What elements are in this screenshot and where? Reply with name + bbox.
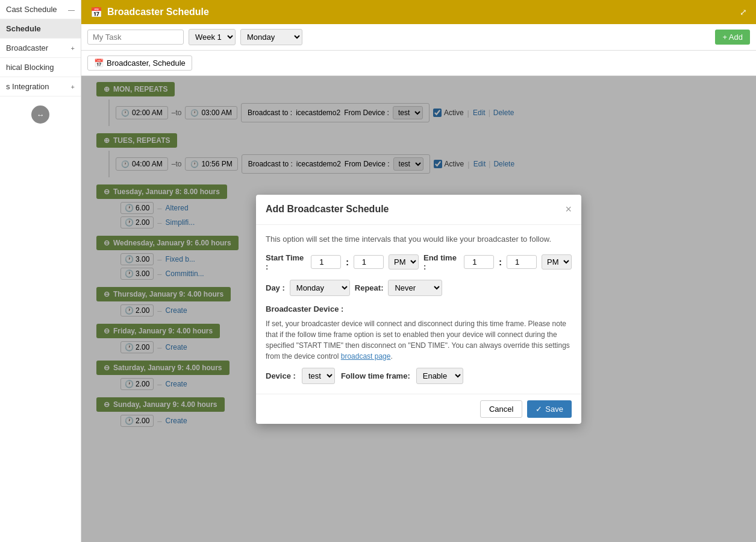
save-check-icon: ✓ bbox=[536, 405, 542, 414]
modal-header: Add Broadcaster Schedule × bbox=[256, 195, 581, 225]
save-button[interactable]: ✓ Save bbox=[527, 400, 572, 418]
modal-title: Add Broadcaster Schedule bbox=[266, 204, 389, 215]
broadcast-page-link[interactable]: broadcast page bbox=[341, 352, 391, 361]
modal-body: This option will set the time intervals … bbox=[256, 225, 581, 394]
breadcrumb-bar: 📅 Broadcaster, Schedule bbox=[81, 51, 756, 76]
end-ampm-select[interactable]: PM AM bbox=[542, 254, 572, 269]
repeat-label: Repeat: bbox=[355, 283, 384, 292]
time-colon: : bbox=[346, 257, 349, 267]
sidebar-item-schedule[interactable]: Schedule bbox=[0, 19, 81, 39]
start-minute-input[interactable] bbox=[354, 255, 384, 269]
minus-icon: — bbox=[68, 6, 75, 13]
modal-close-button[interactable]: × bbox=[565, 203, 572, 216]
add-broadcaster-schedule-modal: Add Broadcaster Schedule × This option w… bbox=[256, 195, 581, 424]
device-section-title: Broadcaster Device : bbox=[266, 304, 572, 314]
repeat-select[interactable]: Never Daily Weekly Monthly bbox=[388, 280, 442, 296]
device-description: If set, your broadcaster device will con… bbox=[266, 318, 572, 362]
week-select[interactable]: Week 1 Week 2 Week 3 Week 4 bbox=[189, 29, 236, 45]
sidebar-toggle-button[interactable]: ↔ bbox=[31, 106, 49, 124]
device-label: Device : bbox=[266, 371, 296, 380]
sidebar: Cast Schedule — Schedule Broadcaster + h… bbox=[0, 0, 81, 542]
modal-footer: Cancel ✓ Save bbox=[256, 394, 581, 424]
sidebar-item-label: s Integration bbox=[6, 82, 49, 91]
start-time-label: Start Time : bbox=[266, 253, 306, 271]
follow-time-select[interactable]: Enable Disable bbox=[416, 368, 463, 384]
sidebar-item-blocking[interactable]: hical Blocking bbox=[0, 58, 81, 77]
sidebar-item-label: Broadcaster bbox=[6, 43, 48, 52]
device-select-modal[interactable]: test bbox=[302, 368, 335, 384]
sidebar-item-broadcaster[interactable]: Broadcaster + bbox=[0, 39, 81, 58]
breadcrumb-calendar-icon: 📅 bbox=[94, 58, 104, 68]
calendar-icon: 📅 bbox=[90, 7, 102, 18]
sidebar-item-label: Schedule bbox=[6, 24, 41, 33]
end-minute-input[interactable] bbox=[507, 255, 537, 269]
sidebar-item-integration[interactable]: s Integration + bbox=[0, 77, 81, 96]
day-label: Day : bbox=[266, 283, 285, 292]
end-time-label: End time : bbox=[423, 253, 459, 271]
page-title: Broadcaster Schedule bbox=[107, 7, 209, 17]
app-header: 📅 Broadcaster Schedule ⤢ bbox=[81, 0, 756, 24]
modal-description: This option will set the time intervals … bbox=[266, 235, 572, 244]
breadcrumb-label: Broadcaster, Schedule bbox=[107, 58, 186, 68]
device-row: Device : test Follow time frame: Enable … bbox=[266, 368, 572, 384]
add-button[interactable]: + Add bbox=[715, 30, 750, 45]
day-repeat-form-row: Day : Monday Tuesday Wednesday Thursday … bbox=[266, 280, 572, 296]
main-content: 📅 Broadcaster Schedule ⤢ Week 1 Week 2 W… bbox=[81, 0, 756, 542]
follow-time-label: Follow time frame: bbox=[341, 371, 410, 380]
start-hour-input[interactable] bbox=[311, 255, 341, 269]
day-select-modal[interactable]: Monday Tuesday Wednesday Thursday Friday… bbox=[290, 280, 350, 296]
breadcrumb: 📅 Broadcaster, Schedule bbox=[87, 55, 192, 71]
sidebar-item-label: hical Blocking bbox=[6, 63, 54, 72]
start-ampm-select[interactable]: PM AM bbox=[389, 254, 419, 269]
header-title-group: 📅 Broadcaster Schedule bbox=[90, 7, 209, 18]
search-input[interactable] bbox=[87, 30, 184, 45]
modal-overlay: Add Broadcaster Schedule × This option w… bbox=[81, 76, 756, 542]
save-label: Save bbox=[545, 405, 563, 414]
end-hour-input[interactable] bbox=[464, 255, 494, 269]
time-form-row: Start Time : : PM AM End time : : bbox=[266, 253, 572, 271]
sidebar-item-cast-schedule[interactable]: Cast Schedule — bbox=[0, 0, 81, 19]
cancel-button[interactable]: Cancel bbox=[480, 400, 522, 418]
sidebar-item-label: Cast Schedule bbox=[6, 5, 57, 14]
toolbar: Week 1 Week 2 Week 3 Week 4 Monday Tuesd… bbox=[81, 24, 756, 51]
plus-icon: + bbox=[71, 45, 75, 52]
device-section: Broadcaster Device : If set, your broadc… bbox=[266, 304, 572, 384]
day-select[interactable]: Monday Tuesday Wednesday Thursday Friday… bbox=[240, 29, 302, 45]
expand-icon[interactable]: ⤢ bbox=[740, 7, 747, 17]
plus-icon: + bbox=[71, 83, 75, 90]
schedule-content: ⊕ MON, REPEATS 🕐 02:00 AM –to 🕐 03:00 AM… bbox=[81, 76, 756, 542]
time-colon: : bbox=[499, 257, 502, 267]
